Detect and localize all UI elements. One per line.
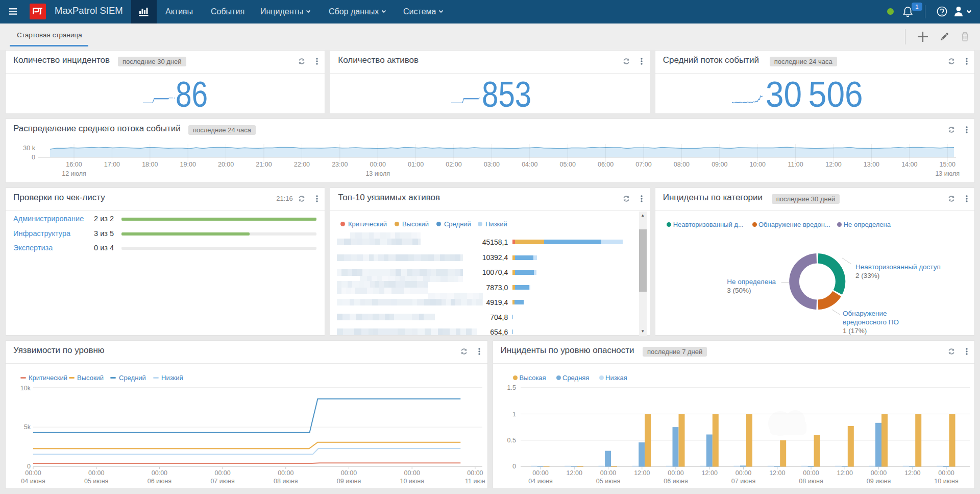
svg-text:1: 1 <box>512 411 516 418</box>
svg-text:12 июля: 12 июля <box>62 170 86 177</box>
svg-text:00:00: 00:00 <box>25 469 41 477</box>
svg-text:12:00: 12:00 <box>769 469 785 477</box>
svg-text:07 июня: 07 июня <box>210 478 234 485</box>
svg-text:12:00: 12:00 <box>701 469 717 477</box>
svg-text:00:00: 00:00 <box>668 469 683 477</box>
svg-text:вредоносного ПО: вредоносного ПО <box>843 318 899 326</box>
svg-text:07 июня: 07 июня <box>731 478 755 485</box>
svg-text:13 июля: 13 июля <box>935 170 960 177</box>
svg-text:00:00: 00:00 <box>88 469 104 477</box>
svg-text:11:00: 11:00 <box>788 161 803 168</box>
svg-text:00:00: 00:00 <box>278 469 293 477</box>
svg-text:0: 0 <box>32 154 35 161</box>
svg-text:10 июня: 10 июня <box>934 478 958 485</box>
svg-text:Неавторизованный доступ: Неавторизованный доступ <box>855 263 941 271</box>
svg-text:Не определена: Не определена <box>727 278 776 286</box>
svg-text:06 июня: 06 июня <box>664 478 688 485</box>
svg-text:10 июня: 10 июня <box>400 478 424 485</box>
svg-text:18:00: 18:00 <box>142 161 158 168</box>
svg-text:2 (33%): 2 (33%) <box>855 272 879 279</box>
svg-text:05:00: 05:00 <box>560 161 576 168</box>
svg-text:12:00: 12:00 <box>825 161 841 168</box>
svg-text:15:00: 15:00 <box>940 161 955 168</box>
svg-text:03:00: 03:00 <box>484 161 500 168</box>
svg-text:00:00: 00:00 <box>404 469 420 477</box>
svg-text:0.5: 0.5 <box>507 437 516 444</box>
svg-text:04:00: 04:00 <box>522 161 537 168</box>
svg-text:20:00: 20:00 <box>218 161 234 168</box>
svg-text:06:00: 06:00 <box>598 161 614 168</box>
svg-text:12:00: 12:00 <box>837 469 852 477</box>
svg-text:17:00: 17:00 <box>104 161 120 168</box>
svg-text:09:00: 09:00 <box>712 161 727 168</box>
svg-text:00:00: 00:00 <box>938 469 954 477</box>
svg-text:08:00: 08:00 <box>674 161 690 168</box>
svg-text:12:00: 12:00 <box>566 469 582 477</box>
svg-text:04 июня: 04 июня <box>21 478 45 485</box>
svg-text:0: 0 <box>27 463 31 470</box>
svg-text:10:00: 10:00 <box>750 161 766 168</box>
svg-text:Обнаружение: Обнаружение <box>843 310 887 317</box>
svg-text:23:00: 23:00 <box>332 161 348 168</box>
svg-text:07:00: 07:00 <box>635 161 651 168</box>
svg-text:5k: 5k <box>24 424 31 431</box>
svg-text:00:00: 00:00 <box>214 469 230 477</box>
svg-text:1 (17%): 1 (17%) <box>843 327 867 335</box>
svg-text:04 июня: 04 июня <box>528 478 552 485</box>
svg-text:00:00: 00:00 <box>370 161 386 168</box>
svg-text:14:00: 14:00 <box>901 161 917 168</box>
svg-text:16:00: 16:00 <box>66 161 82 168</box>
svg-text:0: 0 <box>512 463 516 470</box>
svg-text:13 июля: 13 июля <box>365 170 390 177</box>
svg-text:06 июня: 06 июня <box>148 478 172 485</box>
svg-text:00:00: 00:00 <box>600 469 616 477</box>
svg-text:02:00: 02:00 <box>446 161 461 168</box>
svg-text:01:00: 01:00 <box>408 161 424 168</box>
svg-text:19:00: 19:00 <box>180 161 196 168</box>
svg-text:09 июня: 09 июня <box>337 478 361 485</box>
svg-text:00:00: 00:00 <box>803 469 819 477</box>
svg-text:00:00: 00:00 <box>532 469 548 477</box>
svg-text:10k: 10k <box>20 385 31 392</box>
svg-text:00:00: 00:00 <box>152 469 167 477</box>
svg-text:08 июня: 08 июня <box>799 478 823 485</box>
svg-text:1.5: 1.5 <box>507 384 516 391</box>
svg-text:00:00: 00:00 <box>467 469 483 477</box>
svg-text:09 июня: 09 июня <box>866 478 890 485</box>
svg-text:05 июня: 05 июня <box>596 478 620 485</box>
svg-text:00:00: 00:00 <box>735 469 751 477</box>
svg-text:3 (50%): 3 (50%) <box>727 287 751 294</box>
svg-text:13:00: 13:00 <box>864 161 879 168</box>
svg-text:21:00: 21:00 <box>256 161 272 168</box>
svg-text:05 июня: 05 июня <box>84 478 108 485</box>
svg-text:08 июня: 08 июня <box>274 478 298 485</box>
svg-text:11 июн: 11 июн <box>465 478 485 485</box>
svg-text:00:00: 00:00 <box>870 469 886 477</box>
svg-text:30 k: 30 k <box>23 145 35 152</box>
svg-text:12:00: 12:00 <box>904 469 920 477</box>
svg-text:00:00: 00:00 <box>341 469 357 477</box>
svg-text:22:00: 22:00 <box>294 161 310 168</box>
svg-text:12:00: 12:00 <box>634 469 650 477</box>
